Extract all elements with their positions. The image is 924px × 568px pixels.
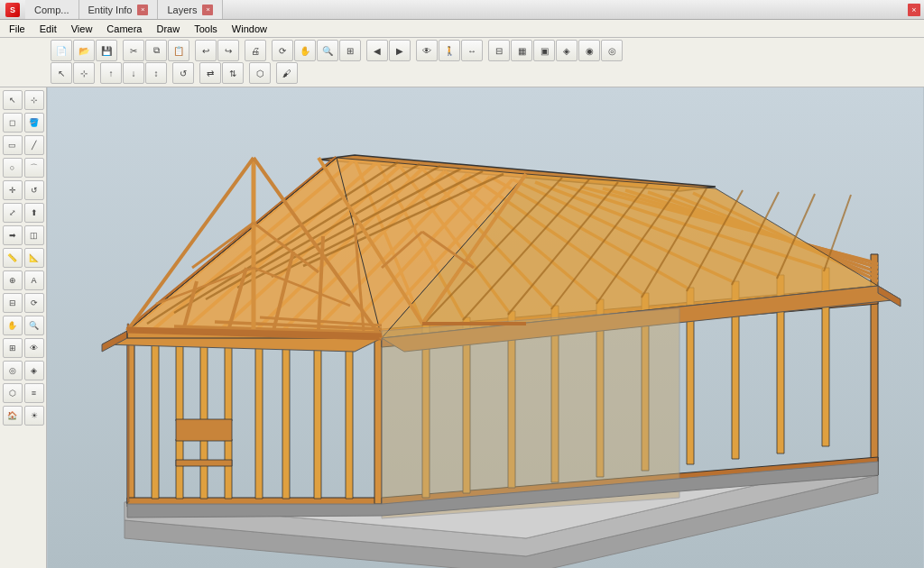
tool-print[interactable]: 🖨 [245, 40, 266, 61]
tool-flip-h[interactable]: ⇄ [199, 62, 221, 84]
tool-display1[interactable]: ◈ [556, 40, 578, 61]
menu-tools[interactable]: Tools [187, 22, 225, 36]
window-close-button[interactable]: × [908, 4, 920, 16]
lt-scale[interactable]: ⤢ [3, 203, 23, 223]
menu-bar: File Edit View Camera Draw Tools Window [0, 20, 924, 38]
lt-pushpull[interactable]: ⬆ [24, 203, 44, 223]
tool-save[interactable]: 💾 [96, 40, 117, 61]
lt-scenes[interactable]: 🏠 [3, 406, 23, 426]
lt-rotate[interactable]: ↺ [24, 180, 44, 200]
tool-move-h[interactable]: ↕ [145, 62, 167, 84]
lt-zoomext[interactable]: ⊞ [3, 338, 23, 358]
tool-open[interactable]: 📂 [73, 40, 95, 61]
lt-component2[interactable]: ⬡ [3, 383, 23, 403]
lt-line[interactable]: ╱ [24, 135, 44, 155]
tool-zoom-extents[interactable]: ⊞ [339, 40, 361, 61]
sep12 [272, 62, 275, 84]
lt-3dtext[interactable]: A [24, 270, 44, 290]
tool-paste[interactable]: 📋 [168, 40, 189, 61]
tool-redo[interactable]: ↪ [217, 40, 239, 61]
tab-layers-close[interactable]: × [202, 5, 213, 15]
menu-window[interactable]: Window [225, 22, 274, 36]
sep4 [267, 40, 271, 61]
tool-move-down[interactable]: ↓ [123, 62, 144, 84]
svg-marker-18 [314, 331, 321, 499]
tab-entity-info[interactable]: Entity Info × [79, 0, 159, 19]
tool-select[interactable]: ↖ [51, 62, 72, 84]
tool-undo[interactable]: ↩ [195, 40, 217, 61]
tool-cut[interactable]: ✂ [123, 40, 144, 61]
tool-zoom[interactable]: 🔍 [317, 40, 338, 61]
tool-prev-view[interactable]: ◀ [366, 40, 388, 61]
tab-strip: Comp... Entity Info × Layers × [25, 0, 904, 19]
tool-pan[interactable]: ✋ [294, 40, 316, 61]
menu-draw[interactable]: Draw [149, 22, 187, 36]
sep1 [118, 40, 122, 61]
tool-move-up[interactable]: ↑ [100, 62, 122, 84]
lt-circle[interactable]: ○ [3, 158, 23, 178]
tool-position-camera[interactable]: 👁 [416, 40, 438, 61]
svg-marker-13 [225, 439, 232, 499]
viewport[interactable] [47, 87, 924, 568]
svg-marker-12 [200, 439, 208, 499]
lt-select2[interactable]: ⊹ [24, 90, 44, 110]
tool-display2[interactable]: ◉ [578, 40, 600, 61]
tool-look-around[interactable]: ↔ [461, 40, 483, 61]
tool-paint2[interactable]: 🖌 [276, 62, 298, 84]
lt-paint[interactable]: 🪣 [24, 113, 44, 133]
tab-layers[interactable]: Layers × [158, 0, 223, 19]
lt-row-12: ⊞ 👁 [2, 337, 44, 359]
menu-view[interactable]: View [64, 22, 100, 36]
menu-edit[interactable]: Edit [32, 22, 64, 36]
tool-rotate2[interactable]: ↺ [172, 62, 194, 84]
lt-section[interactable]: ⊟ [3, 293, 23, 313]
tool-display3[interactable]: ◎ [601, 40, 623, 61]
toolbar-row-2: ↖ ⊹ ↑ ↓ ↕ ↺ ⇄ ⇅ ⬡ 🖌 [51, 62, 922, 84]
lt-tape[interactable]: 📏 [3, 248, 23, 268]
lt-rect[interactable]: ▭ [3, 135, 23, 155]
sep2 [190, 40, 194, 61]
tool-orbit[interactable]: ⟳ [272, 40, 293, 61]
tab-entity-info-label: Entity Info [88, 5, 133, 15]
lt-eraser[interactable]: ◻ [3, 113, 23, 133]
lt-walkaround[interactable]: 👁 [24, 338, 44, 358]
lt-zoom[interactable]: 🔍 [24, 316, 44, 335]
lt-axes[interactable]: ⊕ [3, 270, 23, 290]
tool-select2[interactable]: ⊹ [73, 62, 95, 84]
lt-row-5: ✛ ↺ [2, 179, 44, 201]
lt-row-4: ○ ⌒ [2, 157, 44, 179]
tool-next-view[interactable]: ▶ [389, 40, 411, 61]
lt-material[interactable]: ◈ [24, 361, 44, 380]
tool-flip-v[interactable]: ⇅ [222, 62, 244, 84]
building-model-svg [47, 87, 924, 568]
sep6 [411, 40, 415, 61]
lt-move[interactable]: ✛ [3, 180, 23, 200]
lt-row-7: ➡ ◫ [2, 224, 44, 246]
menu-camera[interactable]: Camera [99, 22, 149, 36]
lt-orbit[interactable]: ⟳ [24, 293, 44, 313]
tool-copy[interactable]: ⧉ [145, 40, 167, 61]
tool-new[interactable]: 📄 [51, 40, 72, 61]
app-icon-area: S [0, 3, 25, 17]
app-icon: S [5, 3, 20, 17]
tool-section-display[interactable]: ▦ [511, 40, 532, 61]
menu-file[interactable]: File [2, 22, 32, 36]
app-icon-text: S [10, 5, 15, 14]
lt-eye[interactable]: ◎ [3, 361, 23, 380]
lt-offset[interactable]: ◫ [24, 225, 44, 245]
lt-protractor[interactable]: 📐 [24, 248, 44, 268]
tool-section-plane[interactable]: ⊟ [488, 40, 510, 61]
lt-select[interactable]: ↖ [3, 90, 23, 110]
lt-layer[interactable]: ≡ [24, 383, 44, 403]
lt-pan[interactable]: ✋ [3, 316, 23, 335]
tool-component[interactable]: ⬡ [249, 62, 271, 84]
lt-arc[interactable]: ⌒ [24, 158, 44, 178]
lt-shadow[interactable]: ☀ [24, 406, 44, 426]
lt-followme[interactable]: ➡ [3, 225, 23, 245]
tab-entity-info-close[interactable]: × [137, 5, 148, 15]
tool-walk[interactable]: 🚶 [439, 40, 460, 61]
lt-row-1: ↖ ⊹ [2, 89, 44, 111]
tool-section-cut[interactable]: ▣ [533, 40, 555, 61]
lt-row-8: 📏 📐 [2, 247, 44, 269]
tab-components[interactable]: Comp... [25, 0, 79, 19]
